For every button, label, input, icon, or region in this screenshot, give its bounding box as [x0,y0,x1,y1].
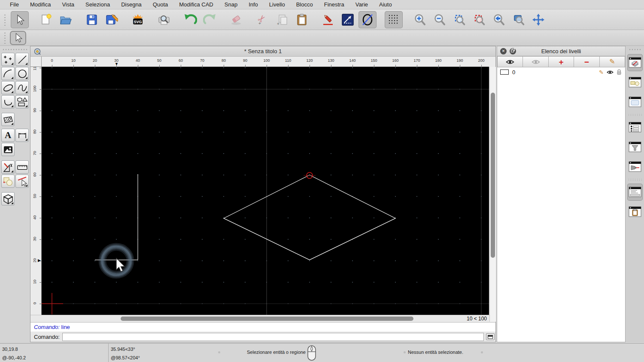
dock-drag-handle[interactable] [629,48,641,51]
layer-color-swatch[interactable] [500,69,509,75]
drawing-canvas[interactable] [42,67,489,315]
layer-row[interactable]: 0 ✎ [497,67,625,77]
layer-list-panel-button[interactable] [627,54,643,71]
text-tool-button[interactable]: A [1,129,15,142]
command-line-panel-button[interactable] [627,184,643,201]
menu-blocco[interactable]: Blocco [291,1,319,8]
delete-button[interactable] [227,11,245,28]
command-input[interactable] [62,333,484,341]
line-tool-button[interactable] [15,53,29,66]
pan-button[interactable] [529,11,547,28]
add-layer-button[interactable]: + [549,56,574,67]
menu-disegna[interactable]: Disegna [115,1,147,8]
menu-aiuto[interactable]: Aiuto [374,1,398,8]
menu-modifica[interactable]: Modifica [24,1,56,8]
modify-delete-button[interactable] [15,175,29,188]
zoom-auto-button[interactable] [450,11,468,28]
arc-tool-button[interactable] [1,67,15,80]
edit-layer-button[interactable]: ✎ [600,56,625,67]
cut-button[interactable]: ✂+ [253,11,271,28]
menu-varie[interactable]: Varie [350,1,374,8]
toolbar-drag-handle[interactable] [3,13,6,27]
vertical-scrollbar[interactable] [489,67,496,322]
document-window: * Senza titolo 1 0 10 20 30 40 50 60 70 … [30,46,496,342]
menu-finestra[interactable]: Finestra [319,1,350,8]
box-3d-tool-button[interactable] [1,192,15,205]
clipboard-panel-icon [629,206,641,218]
layer-visibility-icon[interactable] [607,70,614,75]
circle-tool-button[interactable] [15,67,29,80]
menu-file[interactable]: File [4,1,24,8]
draw-pencil-button[interactable] [319,11,337,28]
document-titlebar[interactable]: * Senza titolo 1 [30,46,495,57]
selection-filter-panel-button[interactable] [627,139,643,156]
pointer-button[interactable] [11,11,29,28]
save-button[interactable] [83,11,101,28]
edit-layer-icon[interactable]: ✎ [599,69,604,75]
zoom-redraw-button[interactable] [470,11,488,28]
vertical-scrollbar-thumb[interactable] [491,93,495,258]
command-line-panel-icon [629,186,641,198]
toolbar-separator [151,12,151,27]
line-tool-button[interactable] [339,11,357,28]
property-editor-panel-button[interactable] [627,119,643,136]
toolbar-separator [407,12,407,27]
hide-all-layers-button[interactable] [523,56,548,67]
menu-livello[interactable]: Livello [264,1,291,8]
layer-panel: ✕ Elenco dei livelli + − ✎ [497,46,626,342]
coordinate-absolute: 30,19.8 [2,347,18,352]
measure-tool-button[interactable] [15,160,29,174]
ruler-label: 40 [33,212,37,223]
panel-dock [626,46,644,342]
spline-tool-button[interactable] [15,81,29,94]
undo-button[interactable] [181,11,199,28]
clipboard-panel-button[interactable] [627,203,643,220]
polyline-tool-button[interactable] [1,95,15,109]
menu-quota[interactable]: Quota [147,1,173,8]
menu-snap[interactable]: Snap [219,1,243,8]
palette-drag-handle[interactable] [2,48,27,51]
hatch-tool-button[interactable] [1,113,15,126]
library-browser-panel-button[interactable] [627,94,643,111]
ruler-label: 110 [282,58,295,63]
svg-export-button[interactable]: SVG [129,11,147,28]
zoom-previous-button[interactable] [490,11,508,28]
paste-button[interactable] [293,11,311,28]
block-list-panel-button[interactable] [627,74,643,91]
dimension-tool-button[interactable] [15,129,29,142]
spotlight-panel-button[interactable] [627,158,643,175]
menu-modifica-cad[interactable]: Modifica CAD [173,1,219,8]
save-as-button[interactable] [103,11,121,28]
points-tool-button[interactable] [1,53,15,66]
print-preview-button[interactable] [155,11,173,28]
layer-panel-titlebar[interactable]: ✕ Elenco dei livelli [497,46,625,56]
horizontal-ruler: 0 10 20 30 40 50 60 70 80 90 100 110 120… [42,57,489,67]
ellipse-tool-button[interactable] [1,81,15,94]
toolbar-drag-handle[interactable] [3,31,6,45]
horizontal-scrollbar[interactable]: 10 < 100 [30,315,489,322]
open-file-button[interactable] [57,11,75,28]
pointer-option-button[interactable] [10,31,26,45]
entity-diamond[interactable] [224,175,395,260]
command-toggle-button[interactable] [486,333,495,340]
image-tool-button[interactable] [1,143,15,156]
zoom-out-button[interactable] [431,11,449,28]
modify-tool-button[interactable] [1,160,15,174]
copy-button[interactable]: + [273,11,291,28]
remove-layer-button[interactable]: − [574,56,599,67]
menu-seleziona[interactable]: Seleziona [80,1,115,8]
ellipse-tool-button[interactable] [358,11,377,28]
zoom-in-button[interactable] [411,11,429,28]
redo-button[interactable] [201,11,219,28]
shapes-tool-button[interactable] [15,95,29,109]
selection-tools-button[interactable] [1,175,15,188]
layer-lock-icon[interactable] [617,69,622,75]
horizontal-scrollbar-thumb[interactable] [121,317,413,321]
menu-info[interactable]: Info [243,1,264,8]
menu-vista[interactable]: Vista [56,1,80,8]
submenu-indicator [11,91,13,93]
snap-grid-button[interactable] [385,11,403,28]
new-document-button[interactable] [37,11,55,28]
zoom-window-button[interactable] [510,11,528,28]
show-all-layers-button[interactable] [497,56,523,67]
